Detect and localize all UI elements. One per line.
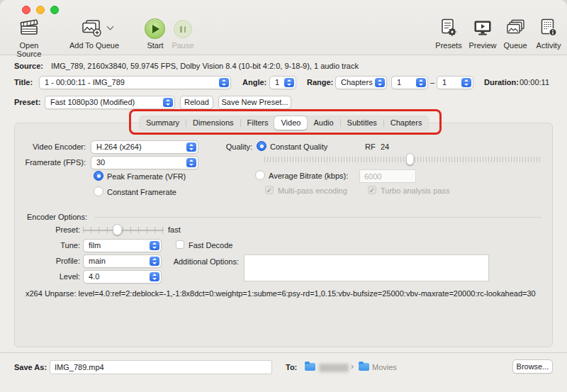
title-select-value: 1 - 00:00:11 - IMG_789 <box>45 78 125 86</box>
tab-filters[interactable]: Filters <box>241 116 275 130</box>
preview-button[interactable]: Preview <box>467 41 498 50</box>
stepper-icon <box>150 272 159 281</box>
tab-chapters[interactable]: Chapters <box>384 116 429 130</box>
tab-audio[interactable]: Audio <box>307 116 339 130</box>
additional-options-label: Additional Options: <box>168 257 239 267</box>
stepper-icon <box>163 98 173 107</box>
framerate-value: 30 <box>96 158 105 167</box>
browse-button[interactable]: Browse... <box>512 359 553 374</box>
activity-button[interactable]: Activity <box>533 41 564 50</box>
constant-quality-radio[interactable] <box>257 141 266 151</box>
save-as-label: Save As: <box>14 363 47 372</box>
turbo-checkbox <box>368 186 376 194</box>
profile-value: main <box>89 257 106 265</box>
encoder-preset-label: Preset: <box>23 225 80 235</box>
encoder-preset-slider-thumb[interactable] <box>113 224 122 235</box>
duration-label: Duration: <box>484 78 519 87</box>
multipass-label: Multi-pass encoding <box>278 186 347 196</box>
tune-select[interactable]: film <box>83 239 162 252</box>
stepper-icon <box>416 78 426 87</box>
tune-label: Tune: <box>23 241 80 250</box>
quality-slider-thumb[interactable] <box>406 153 414 165</box>
tab-bar: Summary Dimensions Filters Video Audio S… <box>139 116 429 130</box>
range-start-select[interactable]: 1 <box>391 76 428 89</box>
profile-select[interactable]: main <box>83 254 162 268</box>
folder-icon <box>305 363 315 371</box>
stepper-icon <box>284 78 294 87</box>
add-to-queue-button[interactable]: Add To Queue <box>67 41 121 50</box>
stepper-icon <box>461 78 471 87</box>
angle-select[interactable]: 1 <box>269 76 296 89</box>
constant-quality-label[interactable]: Constant Quality <box>270 142 327 152</box>
save-as-input[interactable] <box>50 360 272 374</box>
range-type-select[interactable]: Chapters <box>335 76 387 89</box>
multipass-checkbox <box>265 186 274 194</box>
tune-value: film <box>89 241 101 250</box>
average-bitrate-radio[interactable] <box>255 170 265 180</box>
duration-value: 00:00:11 <box>520 78 549 87</box>
constant-framerate-radio[interactable] <box>94 186 103 196</box>
open-source-icon[interactable] <box>18 18 40 38</box>
save-new-preset-button[interactable]: Save New Preset... <box>218 96 291 109</box>
encoder-options-divider <box>94 217 541 218</box>
constant-framerate-label[interactable]: Constant Framerate <box>107 188 176 197</box>
average-bitrate-label[interactable]: Average Bitrate (kbps): <box>269 172 348 181</box>
activity-icon[interactable] <box>539 18 558 38</box>
average-bitrate-field <box>359 169 416 183</box>
preset-label: Preset: <box>14 98 40 107</box>
x264-unparse-text: x264 Unparse: level=4.0:ref=2:deblock=-1… <box>26 289 536 298</box>
queue-button[interactable]: Queue <box>502 41 529 50</box>
additional-options-textarea[interactable] <box>244 254 489 281</box>
tab-subtitles[interactable]: Subtitles <box>341 116 383 130</box>
quality-slider-track[interactable] <box>264 157 541 162</box>
tab-dimensions[interactable]: Dimensions <box>186 116 240 130</box>
range-end-select[interactable]: 1 <box>437 76 473 89</box>
pause-bar <box>180 26 182 33</box>
encoder-preset-slider-line <box>83 230 164 231</box>
angle-label: Angle: <box>242 78 266 87</box>
source-value: IMG_789, 2160x3840, 59.9745 FPS, Dolby V… <box>51 62 359 71</box>
stepper-icon <box>150 241 159 250</box>
toolbar: Open Source Add To Queue Start Pause <box>0 0 567 55</box>
reload-button[interactable]: Reload <box>180 96 213 109</box>
title-label: Title: <box>14 78 33 87</box>
title-select[interactable]: 1 - 00:00:11 - IMG_789 <box>39 76 231 89</box>
framerate-select[interactable]: 30 <box>91 156 198 169</box>
stepper-icon <box>375 78 385 87</box>
fast-decode-label[interactable]: Fast Decode <box>189 241 232 250</box>
close-button[interactable] <box>22 6 30 14</box>
tab-video[interactable]: Video <box>274 116 307 130</box>
start-button[interactable]: Start <box>144 41 167 50</box>
tab-summary[interactable]: Summary <box>140 116 186 130</box>
video-encoder-label: Video Encoder: <box>0 142 86 152</box>
to-label: To: <box>286 363 297 372</box>
preview-icon[interactable] <box>473 18 493 37</box>
peak-framerate-label[interactable]: Peak Framerate (VFR) <box>107 172 186 181</box>
level-select[interactable]: 4.0 <box>83 270 162 284</box>
start-icon[interactable] <box>145 18 165 39</box>
queue-icon[interactable] <box>505 18 526 37</box>
minimize-button[interactable] <box>36 6 45 14</box>
angle-select-value: 1 <box>275 78 279 86</box>
add-to-queue-chevron-icon[interactable] <box>107 24 113 30</box>
zoom-button[interactable] <box>50 6 59 14</box>
encoder-preset-value: fast <box>168 225 181 235</box>
preset-select[interactable]: Fast 1080p30 (Modified) <box>45 96 175 109</box>
peak-framerate-radio[interactable] <box>94 171 103 181</box>
framerate-label: Framerate (FPS): <box>0 158 86 167</box>
range-type-value: Chapters <box>341 78 373 86</box>
turbo-label: Turbo analysis pass <box>381 186 449 196</box>
handbrake-window: Open Source Add To Queue Start Pause <box>0 0 567 392</box>
add-to-queue-icon[interactable] <box>79 18 103 38</box>
pause-icon <box>174 20 192 38</box>
quality-label: Quality: <box>181 142 252 152</box>
preset-select-value: Fast 1080p30 (Modified) <box>50 98 135 106</box>
source-label: Source: <box>14 62 43 71</box>
presets-icon[interactable] <box>439 18 458 38</box>
redacted-folder-name <box>319 364 349 372</box>
open-source-button[interactable]: Open Source <box>7 41 51 58</box>
fast-decode-checkbox[interactable] <box>176 240 184 249</box>
stepper-icon <box>219 78 229 87</box>
presets-button[interactable]: Presets <box>433 41 464 50</box>
profile-label: Profile: <box>23 257 80 266</box>
